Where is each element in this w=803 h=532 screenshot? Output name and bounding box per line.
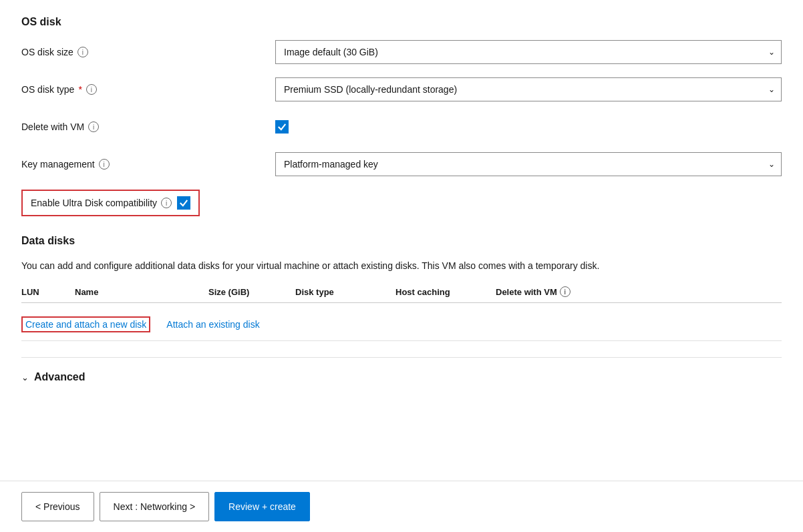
advanced-divider	[21, 357, 782, 358]
footer-bar: < Previous Next : Networking > Review + …	[0, 481, 803, 532]
os-disk-type-info-icon[interactable]: i	[86, 84, 97, 95]
create-attach-disk-button[interactable]: Create and attach a new disk	[21, 316, 150, 332]
ultra-disk-row: Enable Ultra Disk compatibility i	[21, 190, 200, 216]
main-content: OS disk OS disk size i Image default (30…	[0, 0, 803, 481]
ultra-disk-checkbox[interactable]	[177, 196, 190, 210]
os-disk-section-title: OS disk	[21, 16, 782, 28]
advanced-title: Advanced	[34, 371, 85, 383]
delete-with-vm-checkbox-wrapper	[275, 120, 782, 134]
col-type: Disk type	[295, 287, 395, 297]
delete-with-vm-control	[275, 120, 782, 134]
advanced-header[interactable]: ⌄ Advanced	[21, 371, 782, 383]
data-disks-section-title: Data disks	[21, 235, 782, 247]
attach-existing-disk-button[interactable]: Attach an existing disk	[166, 319, 259, 330]
ultra-disk-label: Enable Ultra Disk compatibility i	[31, 198, 172, 208]
key-management-select[interactable]: Platform-managed key Customer-managed ke…	[275, 152, 782, 176]
os-disk-size-info-icon[interactable]: i	[77, 47, 88, 57]
col-name: Name	[75, 287, 208, 297]
col-size: Size (GiB)	[208, 287, 295, 297]
delete-with-vm-row: Delete with VM i	[21, 115, 782, 139]
key-management-label: Key management i	[21, 159, 275, 170]
col-delete: Delete with VM i	[496, 286, 782, 297]
review-create-button[interactable]: Review + create	[214, 492, 310, 521]
col-lun: LUN	[21, 287, 75, 297]
os-disk-type-select[interactable]: Premium SSD (locally-redundant storage) …	[275, 77, 782, 101]
os-disk-type-control: Premium SSD (locally-redundant storage) …	[275, 77, 782, 101]
advanced-section: ⌄ Advanced	[21, 357, 782, 383]
os-disk-size-select-wrapper: Image default (30 GiB) 32 GiB 64 GiB 128…	[275, 40, 782, 64]
data-disks-description: You can add and configure additional dat…	[21, 259, 623, 273]
data-disks-table-header: LUN Name Size (GiB) Disk type Host cachi…	[21, 286, 782, 303]
col-caching: Host caching	[395, 287, 496, 297]
next-networking-button[interactable]: Next : Networking >	[100, 492, 210, 521]
col-delete-info-icon[interactable]: i	[560, 286, 571, 297]
ultra-disk-info-icon[interactable]: i	[161, 198, 172, 208]
key-management-select-wrapper: Platform-managed key Customer-managed ke…	[275, 152, 782, 176]
advanced-chevron-icon: ⌄	[21, 372, 29, 382]
key-management-control: Platform-managed key Customer-managed ke…	[275, 152, 782, 176]
key-management-info-icon[interactable]: i	[99, 159, 110, 170]
previous-button[interactable]: < Previous	[21, 492, 94, 521]
delete-with-vm-label: Delete with VM i	[21, 121, 275, 132]
delete-with-vm-checkbox[interactable]	[275, 120, 289, 134]
disk-actions-row: Create and attach a new disk Attach an e…	[21, 308, 782, 341]
delete-with-vm-info-icon[interactable]: i	[88, 121, 99, 132]
os-disk-type-row: OS disk type * i Premium SSD (locally-re…	[21, 77, 782, 101]
os-disk-size-label: OS disk size i	[21, 47, 275, 57]
os-disk-size-control: Image default (30 GiB) 32 GiB 64 GiB 128…	[275, 40, 782, 64]
os-disk-size-row: OS disk size i Image default (30 GiB) 32…	[21, 40, 782, 64]
key-management-row: Key management i Platform-managed key Cu…	[21, 152, 782, 176]
os-disk-type-label: OS disk type * i	[21, 84, 275, 95]
os-disk-type-select-wrapper: Premium SSD (locally-redundant storage) …	[275, 77, 782, 101]
os-disk-size-select[interactable]: Image default (30 GiB) 32 GiB 64 GiB 128…	[275, 40, 782, 64]
